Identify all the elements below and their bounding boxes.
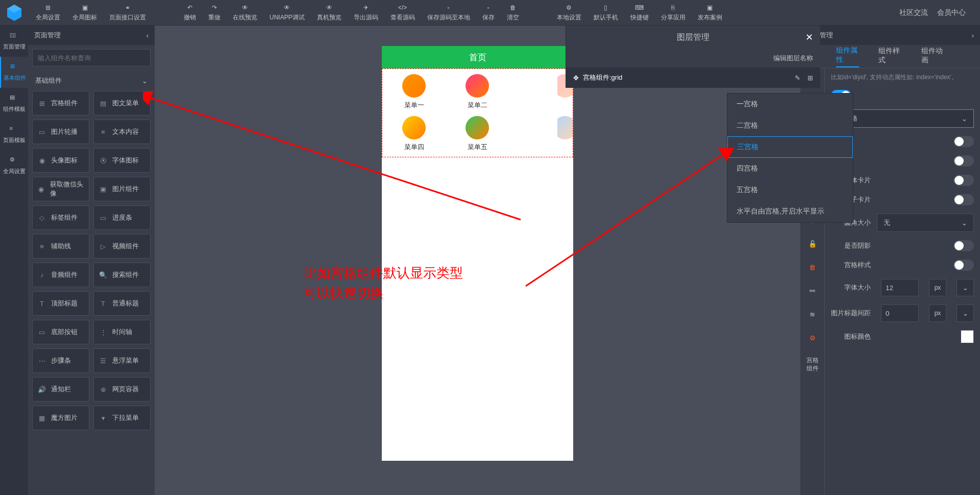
font-size-input[interactable] bbox=[881, 279, 919, 296]
app-logo bbox=[4, 3, 24, 23]
edit-icon[interactable]: ✎ bbox=[795, 74, 800, 82]
template-icon: ▤ bbox=[10, 94, 19, 103]
comp-魔方图片[interactable]: ▦魔方图片 bbox=[32, 406, 89, 430]
rail-basic-comp[interactable]: ⊞基本组件 bbox=[0, 57, 28, 88]
delete-icon[interactable]: 🗑 bbox=[808, 263, 817, 272]
comp-步骤条[interactable]: ⋯步骤条 bbox=[32, 348, 89, 373]
comp-网页容器[interactable]: ⊕网页容器 bbox=[93, 377, 151, 402]
grid-cell-1[interactable]: 菜单二 bbox=[446, 74, 509, 110]
grid-component[interactable]: 菜单一菜单二菜单四菜单五 bbox=[382, 68, 573, 157]
img-gap-dd[interactable]: ⌄ bbox=[957, 304, 974, 322]
font-size-dd[interactable]: ⌄ bbox=[957, 279, 974, 296]
dd-option-2[interactable]: 三宫格 bbox=[727, 136, 853, 158]
comp-图文菜单[interactable]: ▤图文菜单 bbox=[93, 91, 151, 115]
tb-save[interactable]: ▫保存 bbox=[476, 1, 501, 24]
tb-page-api[interactable]: ⚭页面接口设置 bbox=[103, 1, 152, 24]
comp-进度条[interactable]: ▭进度条 bbox=[93, 205, 151, 230]
tb-save-local[interactable]: ▫保存源码至本地 bbox=[421, 1, 476, 24]
tab-attrs[interactable]: 组件属性 bbox=[836, 46, 859, 67]
tb-view-source[interactable]: </>查看源码 bbox=[384, 1, 421, 24]
comp-头像图标[interactable]: ◉头像图标 bbox=[32, 148, 89, 173]
tb-uniapp-debug[interactable]: 👁UNIAPP调试 bbox=[263, 1, 311, 24]
tb-undo[interactable]: ↶撤销 bbox=[178, 1, 202, 24]
tb-global-settings[interactable]: ⊞全局设置 bbox=[30, 1, 66, 24]
component-search-input[interactable] bbox=[32, 49, 151, 66]
rail-page-mgmt[interactable]: ▯▯页面管理 bbox=[0, 26, 28, 57]
layers-icon[interactable]: ≋ bbox=[808, 310, 817, 319]
collapse-left-icon[interactable]: ‹ bbox=[146, 32, 149, 39]
cell-icon bbox=[402, 74, 426, 98]
comp-普通标题[interactable]: T普通标题 bbox=[93, 291, 151, 316]
options-icon[interactable]: ⊞ bbox=[807, 74, 813, 82]
grid-style-switch[interactable] bbox=[953, 260, 974, 271]
tb-local-settings[interactable]: ⚙本地设置 bbox=[551, 1, 587, 24]
comp-宫格组件[interactable]: ⊞宫格组件 bbox=[32, 91, 89, 115]
edit-layer-name[interactable]: 编辑图层名称 bbox=[566, 49, 820, 67]
comp-图片组件[interactable]: ▣图片组件 bbox=[93, 177, 151, 201]
comp-辅助线[interactable]: ≡辅助线 bbox=[32, 234, 89, 258]
comp-图片轮播[interactable]: ▭图片轮播 bbox=[32, 120, 89, 144]
comp-底部按钮[interactable]: ▭底部按钮 bbox=[32, 320, 89, 344]
img-gap-input[interactable] bbox=[881, 304, 919, 322]
tab-styles[interactable]: 组件样式 bbox=[878, 46, 901, 67]
comp-音频组件[interactable]: ♪音频组件 bbox=[32, 263, 89, 287]
tb-global-icons[interactable]: ▣全局图标 bbox=[66, 1, 103, 24]
comp-时间轴[interactable]: ⋮时间轴 bbox=[93, 320, 151, 344]
switch-2[interactable] bbox=[953, 155, 974, 167]
comp-下拉菜单[interactable]: ▾下拉菜单 bbox=[93, 406, 151, 430]
comp-悬浮菜单[interactable]: ☰悬浮菜单 bbox=[93, 348, 151, 373]
tb-device-preview[interactable]: 👁真机预览 bbox=[311, 1, 348, 24]
rail-global-settings[interactable]: ⚙全局设置 bbox=[0, 150, 28, 181]
link-member[interactable]: 会员中心 bbox=[937, 8, 966, 17]
grid-cell-3[interactable]: 菜单四 bbox=[382, 116, 446, 152]
close-icon[interactable]: ✕ bbox=[805, 32, 813, 43]
comp-搜索组件[interactable]: 🔍搜索组件 bbox=[93, 263, 151, 287]
radius-select[interactable]: 无⌄ bbox=[877, 214, 974, 232]
link-icon[interactable]: ⚯ bbox=[808, 286, 817, 295]
dd-option-4[interactable]: 五宫格 bbox=[727, 179, 853, 201]
accordion-basic[interactable]: 基础组件 ⌄ bbox=[28, 70, 155, 91]
rail-comp-template[interactable]: ▤组件模板 bbox=[0, 88, 28, 119]
comp-获取微信头像[interactable]: ◉获取微信头像 bbox=[32, 177, 89, 201]
component-icon: 🔍 bbox=[99, 271, 107, 279]
grid-cell-5[interactable] bbox=[557, 116, 573, 152]
expand-right-icon[interactable]: › bbox=[972, 32, 974, 39]
tb-redo[interactable]: ↷重做 bbox=[202, 1, 227, 24]
whole-card-switch[interactable] bbox=[953, 175, 974, 186]
grid-cell-4[interactable]: 菜单五 bbox=[446, 116, 509, 152]
comp-文本内容[interactable]: ≡文本内容 bbox=[93, 120, 151, 144]
layer-row-grid[interactable]: ✥宫格组件:grid ✎⊞ bbox=[566, 67, 820, 88]
undo-icon: ↶ bbox=[185, 3, 194, 12]
unit-px: px bbox=[929, 304, 946, 322]
link-community[interactable]: 社区交流 bbox=[899, 8, 928, 17]
tb-export[interactable]: ✈导出源码 bbox=[348, 1, 384, 24]
component-icon: ⦿ bbox=[99, 156, 107, 164]
dd-option-5[interactable]: 水平自由宫格,开启水平显示 bbox=[727, 201, 853, 222]
settings-icon[interactable]: ⚙ bbox=[808, 333, 817, 342]
component-icon: ▣ bbox=[99, 185, 107, 193]
comp-顶部标题[interactable]: T顶部标题 bbox=[32, 291, 89, 316]
comp-通知栏[interactable]: 🔊通知栏 bbox=[32, 377, 89, 402]
tb-clear[interactable]: 🗑清空 bbox=[501, 1, 525, 24]
comp-标签组件[interactable]: ◇标签组件 bbox=[32, 205, 89, 230]
tb-shortcuts[interactable]: ⌨快捷键 bbox=[624, 1, 655, 24]
title-color-swatch[interactable] bbox=[961, 330, 974, 343]
dd-option-1[interactable]: 二宫格 bbox=[727, 115, 853, 136]
tb-default-phone[interactable]: ▯默认手机 bbox=[587, 1, 624, 24]
tb-preview[interactable]: 👁在线预览 bbox=[227, 1, 263, 24]
comp-视频组件[interactable]: ▷视频组件 bbox=[93, 234, 151, 258]
dd-option-3[interactable]: 四宫格 bbox=[727, 158, 853, 179]
tb-share[interactable]: ⎘分享应用 bbox=[655, 1, 692, 24]
switch-1[interactable] bbox=[953, 136, 974, 147]
comp-字体图标[interactable]: ⦿字体图标 bbox=[93, 148, 151, 173]
tab-anim[interactable]: 组件动画 bbox=[921, 46, 944, 67]
rail-page-template[interactable]: ≡页面模板 bbox=[0, 119, 28, 150]
sub-card-switch[interactable] bbox=[953, 194, 974, 205]
component-icon: ▭ bbox=[38, 328, 46, 336]
shadow-switch[interactable] bbox=[953, 240, 974, 251]
tb-publish[interactable]: ▣发布案例 bbox=[692, 1, 728, 24]
dd-option-0[interactable]: 一宫格 bbox=[727, 93, 853, 115]
component-icon: T bbox=[38, 299, 46, 308]
grid-cell-0[interactable]: 菜单一 bbox=[382, 74, 446, 110]
lock-icon[interactable]: 🔓 bbox=[808, 239, 817, 248]
